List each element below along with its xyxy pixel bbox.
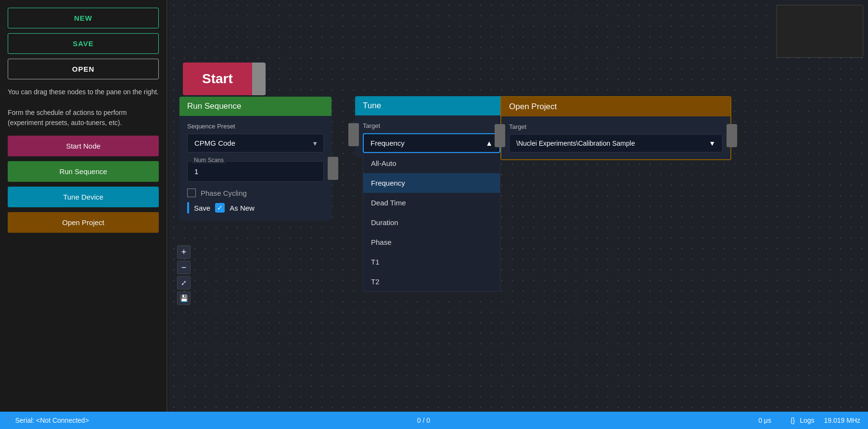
serial-status: Serial: <Not Connected>: [15, 416, 89, 424]
open-project-target-value[interactable]: \Nuclei Experiments\Calibration Sample ▼: [509, 134, 723, 152]
open-project-right-connector[interactable]: [727, 124, 737, 147]
zoom-controls: + − ⤢ 💾: [177, 245, 191, 305]
start-node-button[interactable]: Start Node: [8, 136, 159, 156]
tune-device-button[interactable]: Tune Device: [8, 187, 159, 207]
save-button[interactable]: SAVE: [8, 33, 159, 54]
sequence-preset-label: Sequence Preset: [187, 123, 324, 130]
open-project-node: Open Project Target \Nuclei Experiments\…: [500, 96, 731, 160]
run-sequence-button[interactable]: Run Sequence: [8, 161, 159, 182]
run-sequence-node: Run Sequence Sequence Preset CPMG Code ▼…: [179, 96, 332, 221]
dropdown-item-phase[interactable]: Phase: [363, 232, 500, 252]
tune-target-selected[interactable]: Frequency ▲: [363, 133, 500, 153]
tune-node: Tune Target Frequency ▲ All-Auto Frequen…: [355, 96, 508, 157]
as-new-label: As New: [230, 204, 255, 212]
zoom-in-button[interactable]: +: [177, 245, 191, 259]
dropdown-item-dead-time[interactable]: Dead Time: [363, 193, 500, 213]
tune-frequency-value: Frequency: [370, 139, 405, 147]
dropdown-item-t1[interactable]: T1: [363, 252, 500, 272]
start-node[interactable]: Start: [183, 63, 266, 95]
phase-cycling-label: Phase Cycling: [201, 189, 247, 197]
start-node-label: Start: [183, 63, 252, 95]
status-bar: ↑ ↓ Serial: <Not Connected> 0 / 0 0 μs {…: [0, 412, 868, 429]
logs-label: Logs: [800, 416, 814, 424]
run-sequence-right-connector[interactable]: [328, 157, 338, 180]
arrow-down-icon: ↓: [8, 420, 11, 426]
tune-dropdown-arrow-icon: ▲: [485, 139, 493, 147]
phase-cycling-checkbox[interactable]: [187, 189, 196, 197]
canvas-thumbnail: [777, 5, 863, 58]
fit-button[interactable]: ⤢: [177, 276, 191, 290]
open-project-target-label: Target: [509, 123, 723, 130]
tune-left-connector[interactable]: [348, 123, 359, 146]
frequency-status: 19.019 MHz: [824, 416, 860, 424]
save-bar-indicator: [187, 202, 189, 214]
tune-target-label: Target: [363, 122, 500, 129]
logs-bracket-left: {}: [791, 416, 795, 424]
serial-arrows: ↑ ↓: [8, 415, 11, 426]
dropdown-item-t2[interactable]: T2: [363, 272, 500, 291]
progress-status: 0 / 0: [99, 416, 749, 424]
run-sequence-header: Run Sequence: [179, 97, 332, 116]
open-project-target-text: \Nuclei Experiments\Calibration Sample: [516, 139, 635, 147]
start-node-connector[interactable]: [252, 63, 266, 95]
time-status: 0 μs: [758, 416, 771, 424]
tune-dropdown-menu: All-Auto Frequency Dead Time Duration Ph…: [363, 153, 500, 292]
canvas: Start Run Sequence Sequence Preset CPMG …: [168, 0, 868, 412]
save-icon-button[interactable]: 💾: [177, 291, 191, 305]
tune-target-dropdown: Frequency ▲ All-Auto Frequency Dead Time…: [363, 133, 500, 153]
tune-node-header: Tune: [355, 96, 508, 115]
sequence-preset-select[interactable]: CPMG Code: [187, 134, 324, 152]
dropdown-item-frequency[interactable]: Frequency: [363, 173, 500, 193]
num-scans-label: Num Scans: [192, 157, 226, 164]
hint-drag: You can drag these nodes to the pane on …: [8, 87, 159, 97]
new-button[interactable]: NEW: [8, 8, 159, 28]
open-project-header: Open Project: [501, 97, 730, 116]
open-button[interactable]: OPEN: [8, 59, 159, 79]
dropdown-item-all-auto[interactable]: All-Auto: [363, 153, 500, 173]
save-label: Save: [194, 204, 210, 212]
logs-button[interactable]: {} Logs: [791, 416, 815, 424]
open-project-left-connector[interactable]: [495, 124, 505, 147]
as-new-checkbox[interactable]: ✓: [215, 203, 225, 213]
open-project-arrow-icon: ▼: [709, 139, 715, 147]
num-scans-input[interactable]: [187, 161, 324, 182]
thumbnail-preview: [777, 5, 863, 57]
zoom-out-button[interactable]: −: [177, 261, 191, 274]
dropdown-item-duration[interactable]: Duration: [363, 213, 500, 232]
hint-form: Form the schedule of actions to perform …: [8, 108, 159, 128]
open-project-button[interactable]: Open Project: [8, 212, 159, 233]
sidebar: NEW SAVE OPEN You can drag these nodes t…: [0, 0, 167, 414]
